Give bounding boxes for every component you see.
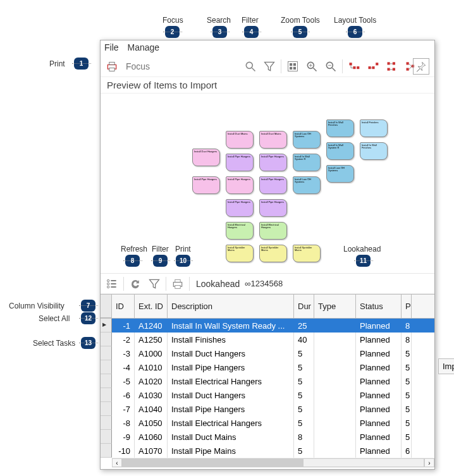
search-button[interactable] [242,58,259,75]
table-row[interactable]: -3A1000Install Duct Hangers5Planned5 [101,346,434,360]
filter-button[interactable] [261,58,278,75]
row-selector[interactable] [101,374,112,388]
svg-line-35 [409,63,412,66]
svg-line-15 [333,68,336,71]
layout-2-button[interactable] [364,58,382,75]
table-row[interactable]: -8A1050Install Electrical Hangers5Planne… [101,416,434,430]
row-selector[interactable] [101,388,112,402]
focus-input[interactable] [122,59,240,74]
col-description[interactable]: Description [168,295,294,318]
scroll-left-icon[interactable]: ‹ [112,458,122,467]
col-ext-id[interactable]: Ext. ID [135,295,168,318]
layout-icon [386,60,398,73]
col-id[interactable]: ID [112,295,135,318]
table-row[interactable]: -5A1020Install Electrical Hangers5Planne… [101,374,434,388]
lookahead-value[interactable]: 8 [278,279,283,288]
badge-11: 11 [356,255,371,267]
diagram-node[interactable]: Install Low OH Systems [326,165,354,183]
svg-rect-8 [290,66,292,69]
ann-seltsk: Select Tasks [33,339,75,348]
separator [123,277,124,291]
table-row[interactable]: -2A1250Install Finishes40Planned8 [101,333,434,346]
cell-description: Install Duct Mains [168,430,294,444]
zoom-out-button[interactable] [322,58,340,75]
diagram-node[interactable]: Install Duct Hangers [192,149,220,166]
lookahead-value[interactable]: 1 [251,279,255,288]
layout-3-button[interactable] [383,58,401,75]
row-selector[interactable] [101,360,112,374]
diagram-node[interactable]: Install In Wall System R [293,154,321,171]
diagram-node[interactable]: Install Pipe Hangers [259,199,287,217]
row-selector[interactable] [101,416,112,430]
col-duration[interactable]: Dur [294,295,314,318]
diagram-node[interactable]: Install Sprinkler Mains [259,245,287,262]
cell-id: -9 [112,430,135,444]
pin-button[interactable] [413,58,429,75]
table-row[interactable]: -10A1070Install Pipe Mains5Planned6 [101,444,434,458]
diagram-node[interactable]: Install In Wall Finishes [360,142,388,160]
diagram-node[interactable]: Install Duct Mains [259,131,287,149]
svg-point-37 [107,279,109,281]
menu-bar: File Manage [101,40,434,56]
diagram-node[interactable]: Install Electrical Hangers [226,222,254,240]
diagram-node[interactable]: Install Pipe Hangers [259,154,287,171]
diagram-node[interactable]: Install Duct Mains [226,131,254,149]
diagram-node[interactable]: Install Electrical Hangers [259,222,287,240]
diagram-node[interactable]: Install Finishes [360,119,388,137]
diagram-node[interactable]: Install In Wall System R [326,142,354,160]
svg-rect-26 [388,62,390,64]
diagram-canvas[interactable]: Install Duct HangersInstall Pipe Hangers… [101,94,434,274]
row-selector[interactable] [101,430,112,444]
table-row[interactable]: -7A1040Install Pipe Hangers5Planned5 [101,402,434,416]
cell-id: -6 [112,388,135,402]
badge-9: 9 [153,255,168,267]
menu-manage[interactable]: Manage [128,42,160,52]
scrollbar-horizontal[interactable]: ‹ › [112,458,434,468]
diagram-node[interactable]: Install Pipe Hangers [226,154,254,171]
diagram-node[interactable]: Install Sprinkler Mains [293,245,321,262]
row-selector[interactable] [101,319,112,333]
refresh-button[interactable] [126,275,144,293]
col-priority[interactable]: P [402,295,412,318]
diagram-node[interactable]: Install In Wall Finishes [326,119,354,137]
col-type[interactable]: Type [314,295,356,318]
row-selector[interactable] [101,444,112,458]
diagram-node[interactable]: Install Pipe Hangers [259,176,287,194]
lookahead-value[interactable]: 4 [264,279,269,288]
row-selector[interactable] [101,333,112,346]
lookahead-value[interactable]: 2 [255,279,260,288]
diagram-node[interactable]: Install Low OH Systems [293,131,321,149]
fit-button[interactable] [284,58,302,75]
menu-file[interactable]: File [104,42,119,52]
print-grid-button[interactable] [169,275,187,293]
row-selector[interactable] [101,346,112,360]
lookahead-value[interactable]: 6 [274,279,278,288]
filter-grid-button[interactable] [145,275,163,293]
print-button[interactable] [103,58,121,75]
diagram-node[interactable]: Install Low OH Systems [293,176,321,194]
table-row[interactable]: -6A1030Install Duct Hangers5Planned5 [101,388,434,402]
table-row[interactable]: -9A1060Install Duct Mains8Planned5 [101,430,434,444]
layout-1-button[interactable] [345,58,363,75]
diagram-node[interactable]: Install Sprinkler Mains [226,245,254,262]
scroll-right-icon[interactable]: › [424,458,434,467]
lookahead-value[interactable]: 5 [269,279,274,288]
table-row[interactable]: -1A1240Install In Wall System Ready ...2… [101,319,434,333]
lookahead-value[interactable]: ∞ [245,279,250,288]
select-all-corner[interactable] [101,295,112,318]
column-visibility-button[interactable] [103,275,121,293]
zoom-in-button[interactable] [303,58,321,75]
ann-selall: Select All [39,314,70,323]
import-button[interactable]: Imp [438,358,454,374]
diagram-node[interactable]: Install Pipe Hangers [226,199,254,217]
ann-filter2: Filter [152,245,169,253]
cell-status: Planned [356,388,402,402]
cell-type [314,360,356,374]
col-status[interactable]: Status [356,295,402,318]
table-row[interactable]: -4A1010Install Pipe Hangers5Planned5 [101,360,434,374]
svg-rect-29 [393,68,395,70]
diagram-node[interactable]: Install Pipe Hangers [192,176,220,194]
scroll-thumb[interactable] [123,459,304,467]
diagram-node[interactable]: Install Pipe Hangers [226,176,254,194]
row-selector[interactable] [101,402,112,416]
